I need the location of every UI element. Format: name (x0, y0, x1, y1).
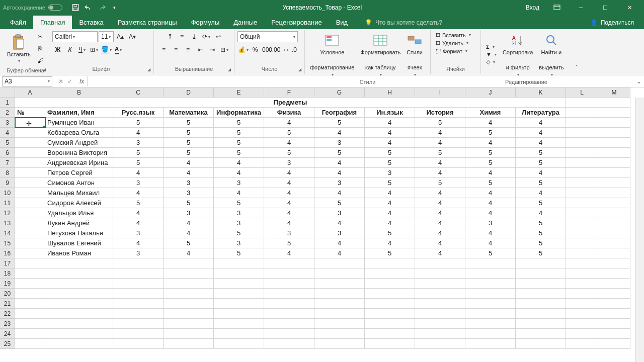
cell[interactable] (598, 208, 630, 218)
cell-grade[interactable]: 5 (113, 158, 164, 168)
cell[interactable] (314, 329, 365, 339)
cell[interactable] (264, 319, 314, 329)
cell-grade[interactable]: 5 (516, 148, 566, 158)
increase-decimal-icon[interactable]: .00→ (274, 44, 285, 55)
cell-grade[interactable]: 5 (516, 228, 566, 238)
merge-icon[interactable]: ⊟▾ (219, 44, 230, 55)
cell[interactable] (214, 268, 264, 279)
cell[interactable] (566, 138, 598, 148)
cell-grade[interactable]: 4 (314, 128, 365, 138)
cell-grade[interactable]: 4 (113, 188, 164, 198)
cell[interactable] (214, 299, 264, 309)
header-I[interactable]: История (415, 108, 465, 118)
cell-grade[interactable]: 5 (516, 248, 566, 258)
cell[interactable] (45, 309, 113, 319)
header-J[interactable]: Химия (465, 108, 516, 118)
delete-cells-button[interactable]: ⊟Удалить▾ (434, 39, 477, 47)
cell[interactable] (566, 248, 598, 258)
align-center-icon[interactable]: ≡ (171, 44, 182, 55)
qat-customize-icon[interactable]: ▾ (111, 4, 119, 12)
borders-icon[interactable]: ⊞▾ (89, 44, 100, 55)
cell-grade[interactable]: 4 (113, 128, 164, 138)
cell-grade[interactable]: 5 (164, 198, 214, 208)
cell-num[interactable] (15, 238, 45, 248)
row-header[interactable]: 10 (0, 188, 15, 198)
clipboard-launcher-icon[interactable]: ◢ (41, 66, 48, 73)
cell[interactable] (314, 258, 365, 268)
cell[interactable] (598, 128, 630, 138)
cell[interactable] (465, 268, 516, 279)
align-middle-icon[interactable]: ≡ (177, 31, 188, 42)
cell-grade[interactable]: 4 (465, 208, 516, 218)
cell-name[interactable]: Иванов Роман (45, 248, 113, 258)
cell-grade[interactable]: 4 (415, 158, 465, 168)
cell[interactable] (264, 258, 314, 268)
cell-grade[interactable]: 4 (465, 118, 516, 128)
sort-filter-button[interactable]: АЯ Сортировкаи фильтр▾ (501, 31, 535, 78)
cell[interactable] (164, 309, 214, 319)
paste-button[interactable]: Вставить▾ (5, 33, 33, 65)
cell-grade[interactable]: 3 (365, 168, 415, 178)
header-F[interactable]: Физика (264, 108, 314, 118)
row-header[interactable]: 12 (0, 208, 15, 218)
cell[interactable] (598, 289, 630, 299)
cell[interactable] (214, 329, 264, 339)
cell[interactable] (164, 258, 214, 268)
cell-grade[interactable]: 4 (164, 228, 214, 238)
cell[interactable] (45, 279, 113, 289)
row-header[interactable]: 21 (0, 299, 15, 309)
cell-num[interactable] (15, 158, 45, 168)
cell-grade[interactable]: 4 (365, 198, 415, 208)
align-bottom-icon[interactable]: ⤓ (189, 31, 200, 42)
cell-grade[interactable]: 4 (264, 208, 314, 218)
cell-grade[interactable]: 3 (314, 178, 365, 188)
cell-grade[interactable]: 4 (113, 208, 164, 218)
cell[interactable] (516, 268, 566, 279)
cell[interactable] (598, 309, 630, 319)
cell[interactable] (365, 279, 415, 289)
save-icon[interactable] (71, 4, 79, 12)
cell[interactable] (415, 258, 465, 268)
align-left-icon[interactable]: ≡ (158, 44, 170, 55)
cell-grade[interactable]: 3 (164, 178, 214, 188)
cell[interactable] (314, 299, 365, 309)
cell[interactable] (598, 158, 630, 168)
cell-grade[interactable]: 5 (516, 218, 566, 228)
cell-grade[interactable]: 3 (314, 138, 365, 148)
row-header[interactable]: 18 (0, 268, 15, 279)
cell-grade[interactable]: 5 (365, 228, 415, 238)
cell[interactable] (415, 289, 465, 299)
number-launcher-icon[interactable]: ◢ (296, 66, 303, 73)
cell[interactable] (516, 319, 566, 329)
cell-grade[interactable]: 4 (214, 168, 264, 178)
cell-grade[interactable]: 4 (465, 238, 516, 248)
cell[interactable] (113, 268, 164, 279)
cell-grade[interactable]: 5 (465, 178, 516, 188)
align-right-icon[interactable]: ≡ (183, 44, 194, 55)
cell[interactable] (113, 299, 164, 309)
cell[interactable] (516, 289, 566, 299)
maximize-icon[interactable]: ☐ (594, 0, 617, 15)
cell-grade[interactable]: 5 (516, 158, 566, 168)
cell-grade[interactable]: 4 (314, 188, 365, 198)
cell-name[interactable]: Шувалов Евгений (45, 238, 113, 248)
cell-grade[interactable]: 4 (465, 188, 516, 198)
cell-num[interactable] (15, 218, 45, 228)
cell-name[interactable]: Андриевская Ирина (45, 158, 113, 168)
cell[interactable] (113, 258, 164, 268)
cell-grade[interactable]: 5 (516, 238, 566, 248)
cell[interactable] (415, 268, 465, 279)
cell[interactable] (516, 299, 566, 309)
cell[interactable] (415, 299, 465, 309)
cell[interactable] (566, 238, 598, 248)
cell[interactable] (214, 339, 264, 349)
cell-grade[interactable]: 5 (113, 148, 164, 158)
cell-grade[interactable]: 4 (314, 248, 365, 258)
cell-grade[interactable]: 3 (314, 208, 365, 218)
cell-grade[interactable]: 4 (415, 168, 465, 178)
col-header-I[interactable]: I (415, 87, 465, 98)
cell[interactable] (598, 299, 630, 309)
cell[interactable] (365, 289, 415, 299)
cell-name[interactable]: Петухова Наталья (45, 228, 113, 238)
cell[interactable] (365, 268, 415, 279)
